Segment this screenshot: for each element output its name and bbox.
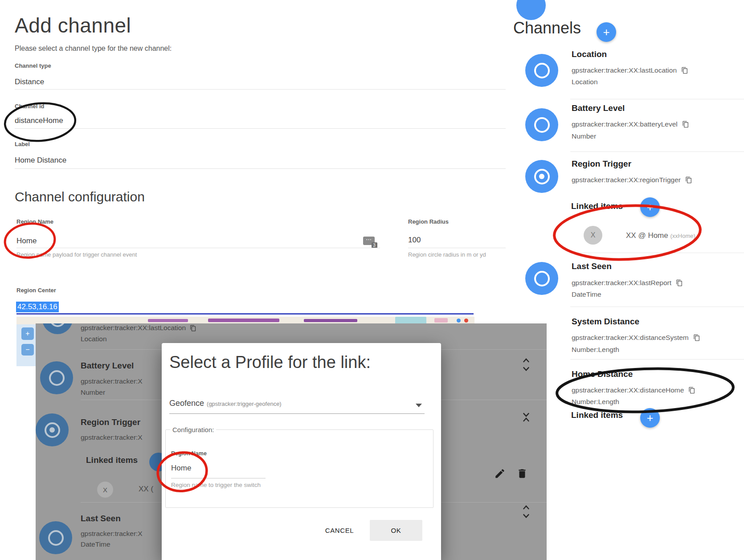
divider (15, 168, 506, 169)
plus-icon: + (647, 201, 654, 214)
configuration-fieldset: Configuration: Region Name Home Region n… (165, 426, 433, 508)
channel-uid: gpstracker:tracker:XX:distanceHome (572, 386, 695, 394)
fieldset-legend: Configuration: (170, 426, 216, 433)
divider (570, 359, 744, 360)
dialog-region-name-helper: Region name to trigger the switch (171, 482, 261, 488)
linked-item-label[interactable]: XX @ Home (xxHome) (626, 231, 695, 240)
linked-item-avatar: X (584, 226, 602, 245)
selected-text: 42.53,16.16 (16, 302, 59, 312)
channels-panel-title: Channels (513, 19, 581, 37)
channel-type-input[interactable]: Distance (15, 78, 44, 86)
channel-type: Number:Length (572, 346, 619, 354)
channel-uid: gpstracker:tracker:XX:distanceSystem (572, 334, 700, 342)
add-link-button[interactable]: + (640, 197, 660, 217)
divider (171, 478, 266, 478)
channel-type: DateTime (572, 290, 601, 298)
profile-uid: (gpstracker:trigger-geofence) (207, 401, 282, 407)
copy-icon[interactable] (676, 279, 683, 286)
add-link-button[interactable]: + (640, 408, 660, 428)
channel-title: Location (572, 49, 607, 59)
copy-icon[interactable] (681, 67, 688, 74)
linked-item-name: (xxHome) (670, 233, 695, 239)
collapse-icon[interactable] (521, 411, 531, 424)
channel-title: Last Seen (572, 262, 612, 271)
label-input[interactable]: Home Distance (15, 156, 66, 165)
cancel-button[interactable]: CANCEL (320, 522, 359, 538)
region-center-input[interactable]: 42.53,16.16 (16, 302, 59, 312)
dimmed-channel-icon (39, 521, 72, 554)
keyboard-dots: ⋯ (366, 236, 372, 243)
channel-title: System Distance (572, 317, 639, 327)
zoom-out-icon[interactable]: − (21, 344, 34, 356)
dimmed-channel-type: Number (81, 388, 105, 396)
edit-icon[interactable] (494, 468, 506, 479)
chevron-up-icon (521, 358, 531, 364)
dimmed-channel-uid: gpstracker:tracker:XX:lastLocation (81, 324, 196, 332)
dimmed-channel-uid: gpstracker:tracker:X (81, 377, 162, 385)
label-field-label: Label (15, 141, 30, 147)
divider (570, 151, 744, 152)
channel-type-label: Channel type (15, 62, 51, 69)
region-name-helper: Region name payload for trigger channel … (16, 251, 137, 258)
dimmed-linked-items-title: Linked items (86, 455, 138, 465)
dimmed-channel-uid: gpstracker:tracker:X (81, 530, 162, 538)
divider (408, 248, 506, 248)
page-subtitle: Please select a channel type for the new… (15, 45, 172, 53)
plus-icon: + (603, 25, 609, 39)
channel-trigger-icon (525, 160, 558, 193)
cut-fab-icon (516, 0, 546, 20)
channel-title: Battery Level (572, 103, 625, 113)
copy-icon[interactable] (682, 121, 689, 128)
copy-icon[interactable] (693, 334, 700, 341)
zoom-in-icon[interactable]: + (21, 327, 34, 340)
profile-select[interactable]: Geofence(gpstracker:trigger-geofence) (169, 399, 282, 408)
dimmed-linked-item-label: XX ( (139, 485, 153, 494)
channel-title: Home Distance (572, 369, 633, 379)
dimmed-channel-title: Last Seen (81, 514, 121, 523)
profile-name: Geofence (169, 399, 204, 408)
map-marker-blue (457, 319, 461, 323)
delete-icon[interactable] (516, 468, 528, 479)
region-radius-input[interactable]: 100 (408, 236, 421, 245)
screenshot-canvas: Add channel Please select a channel type… (0, 0, 744, 560)
channel-uid: gpstracker:tracker:XX:regionTrigger (572, 176, 692, 184)
dropdown-arrow-icon[interactable] (416, 404, 422, 407)
chevron-down-icon (521, 411, 531, 417)
add-channel-button[interactable]: + (597, 22, 616, 42)
chevron-up-icon (521, 505, 531, 511)
channel-id-input[interactable]: distanceHome (15, 116, 63, 125)
region-radius-helper: Region circle radius in m or yd (408, 251, 486, 258)
section-title: Channel configuration (15, 189, 145, 204)
copy-icon[interactable] (685, 176, 692, 184)
linked-items-title: Linked items (571, 201, 623, 211)
channel-type: Location (572, 78, 598, 86)
channel-state-icon (525, 262, 558, 295)
region-radius-label: Region Radius (408, 218, 449, 225)
copy-icon[interactable] (688, 387, 695, 394)
reorder-icon[interactable] (521, 358, 531, 371)
divider (570, 307, 744, 307)
ok-button[interactable]: OK (370, 520, 422, 541)
divider (570, 253, 744, 253)
divider (15, 128, 506, 129)
region-name-label: Region Name (16, 218, 53, 225)
chevron-up-icon (521, 417, 531, 424)
region-center-label: Region Center (16, 287, 56, 294)
dialog-title: Select a Profile for the link: (169, 353, 371, 372)
numeric-keyboard-icon[interactable]: ⋯ 3 (363, 237, 375, 245)
dialog-region-name-input[interactable]: Home (171, 464, 191, 473)
channel-state-icon (525, 54, 558, 87)
map-widget-edge: + − (16, 324, 36, 366)
channel-uid: gpstracker:tracker:XX:batteryLevel (572, 120, 689, 128)
dimmed-channel-uid: gpstracker:tracker:X (81, 433, 162, 441)
profile-dialog: Select a Profile for the link: Geofence(… (162, 343, 441, 560)
channel-uid: gpstracker:tracker:XX:lastReport (572, 279, 683, 287)
modal-backdrop: gpstracker:tracker:XX:lastLocation Locat… (36, 323, 547, 560)
dimmed-channel-title: Battery Level (81, 361, 134, 371)
dimmed-channel-icon (40, 361, 73, 394)
region-name-input[interactable]: Home (16, 237, 37, 245)
focused-underline (16, 313, 474, 315)
divider (15, 89, 506, 90)
channel-type: Number (572, 132, 596, 140)
reorder-icon[interactable] (521, 505, 531, 518)
